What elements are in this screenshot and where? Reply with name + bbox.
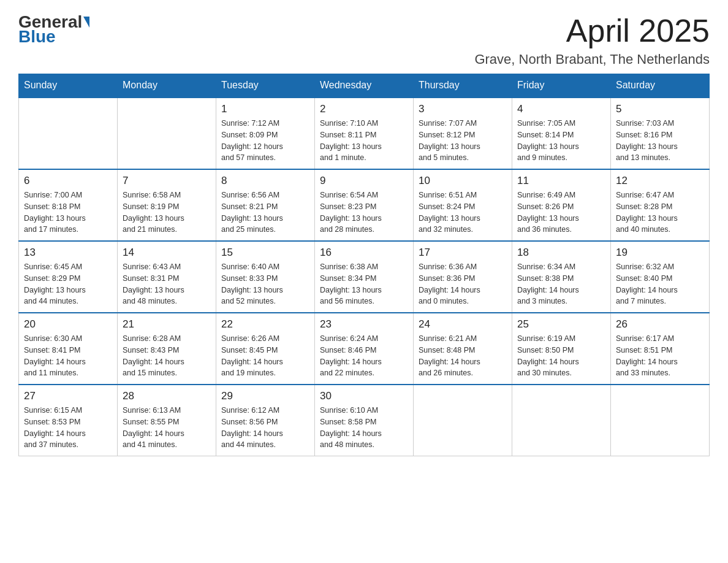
calendar-cell: 23Sunrise: 6:24 AM Sunset: 8:46 PM Dayli… — [315, 313, 414, 385]
day-number: 14 — [123, 247, 211, 259]
calendar-week-5: 27Sunrise: 6:15 AM Sunset: 8:53 PM Dayli… — [19, 385, 710, 456]
day-number: 21 — [123, 318, 211, 331]
month-year-title: April 2025 — [474, 12, 710, 49]
day-number: 7 — [123, 175, 211, 187]
calendar-cell: 24Sunrise: 6:21 AM Sunset: 8:48 PM Dayli… — [414, 313, 512, 385]
calendar-cell: 3Sunrise: 7:07 AM Sunset: 8:12 PM Daylig… — [414, 98, 512, 169]
calendar-cell: 13Sunrise: 6:45 AM Sunset: 8:29 PM Dayli… — [19, 241, 118, 313]
page-header: General Blue April 2025 Grave, North Bra… — [18, 12, 710, 67]
day-info: Sunrise: 6:17 AM Sunset: 8:51 PM Dayligh… — [616, 333, 704, 379]
calendar-cell: 30Sunrise: 6:10 AM Sunset: 8:58 PM Dayli… — [315, 385, 414, 456]
calendar-table: SundayMondayTuesdayWednesdayThursdayFrid… — [18, 74, 710, 456]
day-number: 2 — [320, 103, 408, 115]
calendar-cell: 12Sunrise: 6:47 AM Sunset: 8:28 PM Dayli… — [611, 169, 710, 241]
column-header-saturday: Saturday — [611, 74, 710, 98]
day-info: Sunrise: 6:26 AM Sunset: 8:45 PM Dayligh… — [221, 333, 309, 379]
calendar-cell: 27Sunrise: 6:15 AM Sunset: 8:53 PM Dayli… — [19, 385, 118, 456]
column-header-friday: Friday — [512, 74, 611, 98]
calendar-cell: 10Sunrise: 6:51 AM Sunset: 8:24 PM Dayli… — [414, 169, 512, 241]
calendar-cell — [611, 385, 710, 456]
day-number: 9 — [320, 175, 408, 187]
day-number: 13 — [24, 247, 112, 259]
day-number: 24 — [419, 318, 507, 331]
logo-blue-text: Blue — [18, 27, 56, 47]
day-number: 19 — [616, 247, 704, 259]
column-header-tuesday: Tuesday — [216, 74, 315, 98]
calendar-header-row: SundayMondayTuesdayWednesdayThursdayFrid… — [19, 74, 710, 98]
calendar-cell — [414, 385, 512, 456]
column-header-monday: Monday — [118, 74, 216, 98]
day-number: 8 — [221, 175, 309, 187]
day-number: 25 — [517, 318, 605, 331]
day-info: Sunrise: 6:24 AM Sunset: 8:46 PM Dayligh… — [320, 333, 408, 379]
day-info: Sunrise: 7:03 AM Sunset: 8:16 PM Dayligh… — [616, 118, 704, 164]
day-number: 23 — [320, 318, 408, 331]
day-number: 18 — [517, 247, 605, 259]
calendar-cell: 22Sunrise: 6:26 AM Sunset: 8:45 PM Dayli… — [216, 313, 315, 385]
day-info: Sunrise: 7:00 AM Sunset: 8:18 PM Dayligh… — [24, 190, 112, 236]
calendar-cell: 25Sunrise: 6:19 AM Sunset: 8:50 PM Dayli… — [512, 313, 611, 385]
day-info: Sunrise: 6:43 AM Sunset: 8:31 PM Dayligh… — [123, 261, 211, 307]
day-number: 15 — [221, 247, 309, 259]
day-number: 28 — [123, 390, 211, 402]
day-info: Sunrise: 6:10 AM Sunset: 8:58 PM Dayligh… — [320, 405, 408, 451]
calendar-cell — [512, 385, 611, 456]
day-number: 3 — [419, 103, 507, 115]
calendar-cell: 20Sunrise: 6:30 AM Sunset: 8:41 PM Dayli… — [19, 313, 118, 385]
calendar-week-1: 1Sunrise: 7:12 AM Sunset: 8:09 PM Daylig… — [19, 98, 710, 169]
calendar-cell: 11Sunrise: 6:49 AM Sunset: 8:26 PM Dayli… — [512, 169, 611, 241]
calendar-cell: 5Sunrise: 7:03 AM Sunset: 8:16 PM Daylig… — [611, 98, 710, 169]
location-subtitle: Grave, North Brabant, The Netherlands — [474, 52, 710, 67]
calendar-cell: 4Sunrise: 7:05 AM Sunset: 8:14 PM Daylig… — [512, 98, 611, 169]
calendar-cell — [19, 98, 118, 169]
calendar-cell: 15Sunrise: 6:40 AM Sunset: 8:33 PM Dayli… — [216, 241, 315, 313]
day-info: Sunrise: 7:05 AM Sunset: 8:14 PM Dayligh… — [517, 118, 605, 164]
day-info: Sunrise: 6:45 AM Sunset: 8:29 PM Dayligh… — [24, 261, 112, 307]
calendar-cell: 21Sunrise: 6:28 AM Sunset: 8:43 PM Dayli… — [118, 313, 216, 385]
calendar-cell: 9Sunrise: 6:54 AM Sunset: 8:23 PM Daylig… — [315, 169, 414, 241]
day-number: 10 — [419, 175, 507, 187]
day-info: Sunrise: 6:34 AM Sunset: 8:38 PM Dayligh… — [517, 261, 605, 307]
day-info: Sunrise: 6:12 AM Sunset: 8:56 PM Dayligh… — [221, 405, 309, 451]
day-info: Sunrise: 7:12 AM Sunset: 8:09 PM Dayligh… — [221, 118, 309, 164]
calendar-week-3: 13Sunrise: 6:45 AM Sunset: 8:29 PM Dayli… — [19, 241, 710, 313]
day-info: Sunrise: 6:47 AM Sunset: 8:28 PM Dayligh… — [616, 190, 704, 236]
calendar-week-4: 20Sunrise: 6:30 AM Sunset: 8:41 PM Dayli… — [19, 313, 710, 385]
day-info: Sunrise: 6:49 AM Sunset: 8:26 PM Dayligh… — [517, 190, 605, 236]
calendar-week-2: 6Sunrise: 7:00 AM Sunset: 8:18 PM Daylig… — [19, 169, 710, 241]
calendar-cell: 7Sunrise: 6:58 AM Sunset: 8:19 PM Daylig… — [118, 169, 216, 241]
day-info: Sunrise: 6:38 AM Sunset: 8:34 PM Dayligh… — [320, 261, 408, 307]
title-section: April 2025 Grave, North Brabant, The Net… — [474, 12, 710, 67]
day-info: Sunrise: 6:13 AM Sunset: 8:55 PM Dayligh… — [123, 405, 211, 451]
day-number: 30 — [320, 390, 408, 402]
day-info: Sunrise: 6:30 AM Sunset: 8:41 PM Dayligh… — [24, 333, 112, 379]
day-number: 27 — [24, 390, 112, 402]
day-number: 6 — [24, 175, 112, 187]
day-info: Sunrise: 7:10 AM Sunset: 8:11 PM Dayligh… — [320, 118, 408, 164]
calendar-cell: 18Sunrise: 6:34 AM Sunset: 8:38 PM Dayli… — [512, 241, 611, 313]
day-info: Sunrise: 6:54 AM Sunset: 8:23 PM Dayligh… — [320, 190, 408, 236]
calendar-cell — [118, 98, 216, 169]
calendar-cell: 2Sunrise: 7:10 AM Sunset: 8:11 PM Daylig… — [315, 98, 414, 169]
calendar-cell: 1Sunrise: 7:12 AM Sunset: 8:09 PM Daylig… — [216, 98, 315, 169]
day-info: Sunrise: 6:15 AM Sunset: 8:53 PM Dayligh… — [24, 405, 112, 451]
day-info: Sunrise: 6:40 AM Sunset: 8:33 PM Dayligh… — [221, 261, 309, 307]
calendar-cell: 17Sunrise: 6:36 AM Sunset: 8:36 PM Dayli… — [414, 241, 512, 313]
calendar-cell: 26Sunrise: 6:17 AM Sunset: 8:51 PM Dayli… — [611, 313, 710, 385]
day-number: 22 — [221, 318, 309, 331]
column-header-wednesday: Wednesday — [315, 74, 414, 98]
day-number: 29 — [221, 390, 309, 402]
day-number: 20 — [24, 318, 112, 331]
day-info: Sunrise: 7:07 AM Sunset: 8:12 PM Dayligh… — [419, 118, 507, 164]
day-number: 5 — [616, 103, 704, 115]
day-info: Sunrise: 6:51 AM Sunset: 8:24 PM Dayligh… — [419, 190, 507, 236]
day-number: 16 — [320, 247, 408, 259]
day-number: 11 — [517, 175, 605, 187]
column-header-thursday: Thursday — [414, 74, 512, 98]
day-number: 1 — [221, 103, 309, 115]
day-info: Sunrise: 6:21 AM Sunset: 8:48 PM Dayligh… — [419, 333, 507, 379]
day-number: 12 — [616, 175, 704, 187]
day-number: 17 — [419, 247, 507, 259]
calendar-cell: 6Sunrise: 7:00 AM Sunset: 8:18 PM Daylig… — [19, 169, 118, 241]
calendar-cell: 28Sunrise: 6:13 AM Sunset: 8:55 PM Dayli… — [118, 385, 216, 456]
